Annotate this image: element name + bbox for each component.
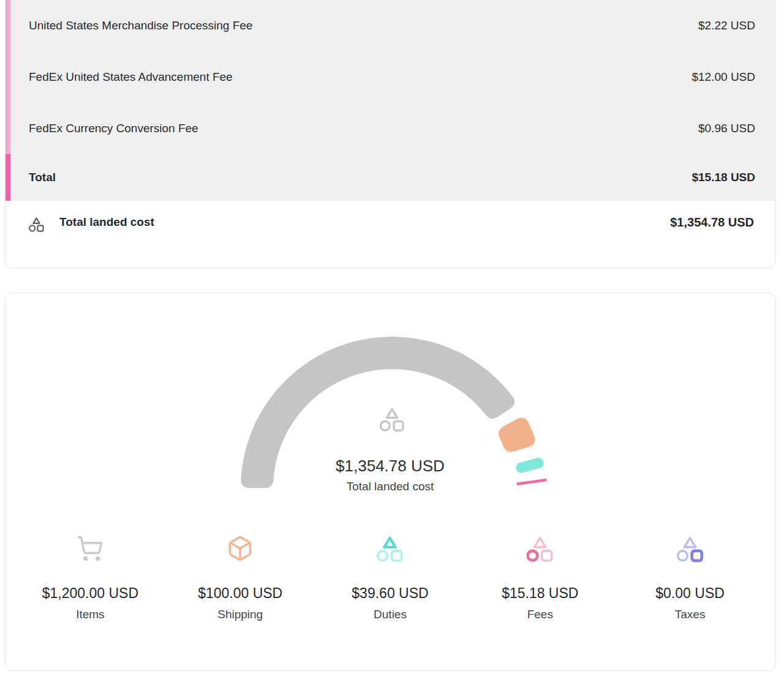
table-row: FedEx United States Advancement Fee $12.… bbox=[10, 51, 775, 103]
gauge-center-label: Total landed cost bbox=[6, 480, 775, 493]
gauge-center-value: $1,354.78 USD bbox=[6, 457, 775, 476]
landed-cost-gauge: $1,354.78 USD Total landed cost bbox=[6, 293, 775, 509]
fee-value: $2.22 USD bbox=[698, 19, 755, 32]
fee-label: FedEx United States Advancement Fee bbox=[29, 70, 233, 84]
fees-section: United States Merchandise Processing Fee… bbox=[6, 0, 775, 201]
fees-total-label: Total bbox=[29, 171, 56, 184]
breakdown-label: Shipping bbox=[217, 608, 263, 621]
breakdown-label: Duties bbox=[374, 608, 407, 621]
fees-total-row: Total $15.18 USD bbox=[10, 154, 775, 201]
breakdown-fees: $15.18 USD Fees bbox=[465, 534, 615, 621]
cart-icon bbox=[77, 534, 104, 563]
fees-total-value: $15.18 USD bbox=[692, 171, 755, 184]
cost-breakdown-row: $1,200.00 USD Items $100.00 USD Shipping bbox=[6, 534, 775, 621]
breakdown-value: $39.60 USD bbox=[352, 585, 428, 602]
breakdown-items: $1,200.00 USD Items bbox=[15, 534, 165, 621]
breakdown-label: Taxes bbox=[675, 608, 706, 621]
breakdown-shipping: $100.00 USD Shipping bbox=[165, 534, 315, 621]
breakdown-value: $1,200.00 USD bbox=[42, 585, 138, 602]
fee-label: United States Merchandise Processing Fee bbox=[29, 19, 252, 32]
shapes-icon-taxes bbox=[676, 534, 704, 563]
fee-value: $0.96 USD bbox=[698, 122, 755, 135]
breakdown-label: Items bbox=[76, 608, 104, 621]
breakdown-value: $100.00 USD bbox=[198, 585, 282, 602]
fees-accent-bar-dark bbox=[6, 154, 10, 201]
breakdown-label: Fees bbox=[527, 608, 553, 621]
breakdown-duties: $39.60 USD Duties bbox=[315, 534, 466, 621]
breakdown-value: $15.18 USD bbox=[502, 585, 578, 602]
shapes-icon-duties bbox=[375, 534, 404, 563]
fees-table: United States Merchandise Processing Fee… bbox=[10, 0, 775, 201]
total-landed-cost-value: $1,354.78 USD bbox=[670, 215, 754, 230]
shapes-icon-fees bbox=[526, 534, 554, 563]
table-row: FedEx Currency Conversion Fee $0.96 USD bbox=[10, 103, 775, 154]
breakdown-taxes: $0.00 USD Taxes bbox=[615, 534, 765, 621]
shapes-icon bbox=[28, 216, 45, 233]
table-row: United States Merchandise Processing Fee… bbox=[10, 0, 775, 51]
gauge-arc-chart bbox=[6, 293, 775, 509]
landed-cost-graph-card: $1,354.78 USD Total landed cost $1,200.0… bbox=[5, 293, 775, 671]
fees-accent-bar bbox=[6, 0, 10, 201]
total-landed-cost-label: Total landed cost bbox=[59, 215, 670, 229]
breakdown-value: $0.00 USD bbox=[655, 585, 725, 602]
fees-accent-bar-light bbox=[6, 0, 10, 154]
shapes-icon bbox=[379, 406, 405, 433]
total-landed-cost-row: Total landed cost $1,354.78 USD bbox=[6, 201, 775, 267]
fee-value: $12.00 USD bbox=[692, 70, 755, 84]
box-icon bbox=[227, 534, 254, 563]
fee-label: FedEx Currency Conversion Fee bbox=[29, 122, 198, 135]
landed-cost-summary-card: United States Merchandise Processing Fee… bbox=[5, 0, 775, 268]
